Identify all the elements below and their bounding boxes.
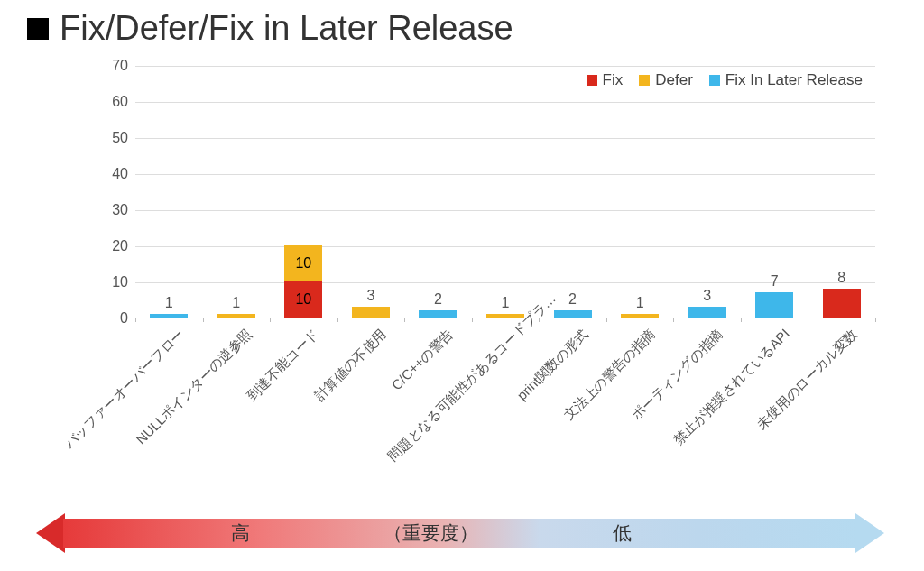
gridline — [135, 66, 875, 67]
gridline — [135, 282, 875, 283]
bar-segment-later — [150, 314, 188, 318]
bar-segment-value: 10 — [295, 292, 311, 307]
bar-group: 3 — [352, 307, 390, 318]
bar-top-label: 3 — [366, 288, 374, 304]
legend-later-swatch — [709, 75, 720, 86]
y-tick-label: 20 — [99, 239, 135, 253]
bar-group: 8 — [823, 289, 861, 318]
bar-segment-later — [755, 292, 793, 318]
y-tick-label: 50 — [99, 131, 135, 145]
legend: Fix Defer Fix In Later Release — [583, 69, 866, 91]
y-tick-label: 0 — [99, 311, 135, 326]
title-bullet-icon — [27, 18, 49, 40]
y-tick-label: 70 — [99, 59, 135, 73]
bar-top-label: 1 — [232, 295, 240, 311]
legend-defer-label: Defer — [655, 71, 693, 89]
y-tick-label: 40 — [99, 167, 135, 181]
slide-root: Fix/Defer/Fix in Later Release Fix Defer… — [0, 0, 924, 571]
category-label: print関数の形式 — [452, 326, 592, 465]
bar-segment-defer — [217, 314, 255, 318]
legend-fix-swatch — [587, 75, 597, 86]
bar-top-label: 2 — [434, 291, 442, 308]
bar-top-label: 8 — [837, 270, 845, 286]
x-tick — [741, 318, 742, 322]
category-label: バッファーオーバーフロー — [49, 326, 189, 465]
bar-segment-later — [688, 307, 726, 318]
category-label: 禁止が推奨されているAPI — [654, 326, 794, 465]
y-tick-label: 60 — [99, 95, 135, 109]
y-tick-label: 30 — [99, 203, 135, 217]
bar-top-label: 1 — [502, 295, 510, 311]
legend-fix-label: Fix — [603, 71, 624, 89]
bar-segment-defer — [352, 307, 390, 318]
x-tick — [203, 318, 204, 322]
gridline — [135, 138, 875, 139]
bar-group: 1 — [486, 314, 524, 318]
gridline — [135, 210, 875, 211]
chart-area: Fix Defer Fix In Later Release 010203040… — [72, 57, 902, 463]
x-tick — [808, 318, 808, 322]
category-label: 文法上の警告の指摘 — [520, 326, 660, 465]
arrow-right-head-icon — [855, 513, 884, 553]
arrow-left-head-icon — [36, 513, 65, 553]
gridline — [135, 174, 875, 175]
priority-high-label: 高 — [231, 520, 250, 546]
category-label: 未使用のローカル変数 — [721, 326, 861, 465]
gridline — [135, 246, 875, 247]
x-tick — [875, 318, 876, 322]
bar-segment-defer: 10 — [284, 245, 322, 281]
bar-segment-fix: 10 — [284, 281, 322, 318]
x-tick — [606, 318, 607, 322]
category-label: NULLポインターの逆参照 — [116, 326, 255, 465]
bar-group: 2 — [554, 310, 592, 318]
legend-defer-swatch — [639, 75, 650, 86]
bar-top-label: 3 — [703, 288, 711, 304]
legend-later: Fix In Later Release — [709, 71, 863, 89]
y-tick-label: 10 — [99, 275, 135, 290]
bar-top-label: 1 — [165, 295, 173, 311]
bar-segment-fix — [823, 289, 861, 318]
x-tick — [673, 318, 674, 322]
priority-arrow: 高 （重要度） 低 — [36, 513, 884, 553]
category-label: 問題となる可能性があるコードプラ… — [385, 326, 525, 465]
bar-top-label: 1 — [636, 295, 644, 311]
bar-top-label: 2 — [568, 291, 577, 308]
gridline — [135, 102, 875, 103]
legend-later-label: Fix In Later Release — [725, 71, 863, 89]
category-label: C/C++の警告 — [318, 326, 457, 465]
bar-segment-later — [554, 310, 592, 318]
bar-segment-later — [419, 310, 457, 318]
bar-group: 3 — [688, 307, 726, 318]
bar-group: 1 — [621, 314, 659, 318]
bar-group: 1010 — [284, 245, 322, 318]
bar-segment-defer — [486, 314, 524, 318]
category-label: 計算値の不使用 — [250, 326, 390, 465]
x-tick — [270, 318, 271, 322]
bar-group: 1 — [150, 314, 188, 318]
bar-top-label: 7 — [771, 273, 779, 290]
bar-group: 7 — [755, 292, 793, 318]
title-row: Fix/Defer/Fix in Later Release — [27, 9, 897, 48]
legend-fix: Fix — [587, 71, 624, 89]
legend-defer: Defer — [639, 71, 693, 89]
x-tick — [404, 318, 405, 322]
bar-group: 2 — [419, 310, 457, 318]
x-tick — [337, 318, 338, 322]
x-tick — [135, 318, 136, 322]
priority-mid-label: （重要度） — [383, 520, 478, 546]
priority-low-label: 低 — [613, 520, 632, 546]
plot-region: Fix Defer Fix In Later Release 010203040… — [135, 66, 875, 318]
x-tick — [472, 318, 473, 322]
category-label: ポーティングの指摘 — [587, 326, 726, 465]
slide-title: Fix/Defer/Fix in Later Release — [60, 9, 513, 48]
category-label: 到達不能コード — [183, 326, 323, 465]
bar-segment-defer — [621, 314, 659, 318]
bar-segment-value: 10 — [295, 256, 311, 271]
bar-group: 1 — [217, 314, 255, 318]
